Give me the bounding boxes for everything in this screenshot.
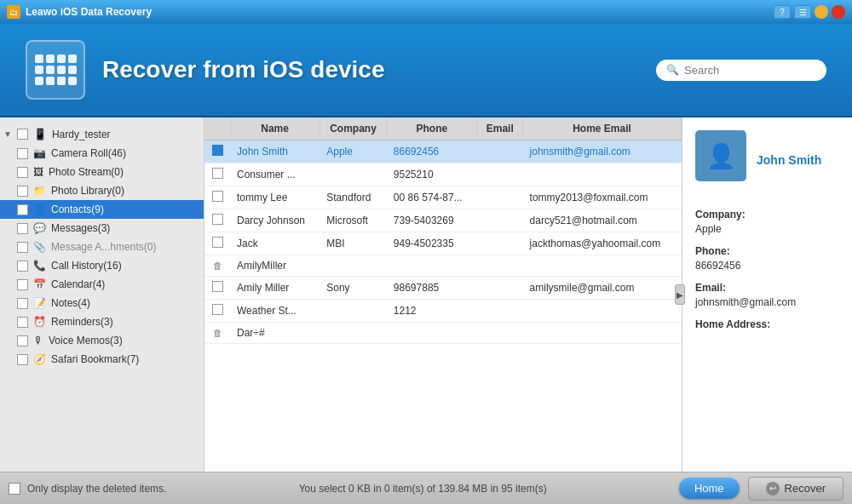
contact-email [477, 163, 523, 186]
table-row[interactable]: 🗑 Dar÷# [204, 323, 682, 344]
contact-name: Jack [230, 232, 320, 255]
safari-checkbox[interactable] [17, 354, 28, 365]
contact-home-email: johnsmith@gmail.com [523, 140, 682, 163]
header-left: Recover from iOS device [26, 40, 384, 100]
contact-email [477, 300, 523, 323]
sidebar-item-messages[interactable]: 💬 Messages(3) [0, 219, 204, 238]
detail-contact-name: John Smith [757, 140, 821, 167]
sidebar-item-message-attachments[interactable]: 📎 Message A...hments(0) [0, 238, 204, 256]
msg-attach-checkbox[interactable] [17, 242, 28, 253]
search-input[interactable] [684, 64, 820, 77]
voice-memos-checkbox[interactable] [17, 335, 28, 346]
contact-company: Microsoft [320, 209, 387, 232]
row-checkbox[interactable] [212, 168, 223, 179]
row-checkbox[interactable] [212, 281, 223, 292]
email-label: Email: [695, 282, 839, 294]
contact-avatar: 👤 [695, 130, 746, 181]
photo-library-checkbox[interactable] [17, 186, 28, 197]
trash-icon: 🗑 [213, 261, 222, 271]
contact-name: Darcy Johnson [230, 209, 320, 232]
table-row[interactable]: John Smith Apple 86692456 johnsmith@gmai… [204, 140, 682, 163]
row-checkbox[interactable] [212, 237, 223, 248]
panel-toggle[interactable]: ▶ [675, 284, 685, 305]
contact-home-email: amilysmile@gmail.com [523, 277, 682, 300]
calendar-icon: 📅 [33, 278, 46, 290]
contact-phone: 1212 [387, 300, 477, 323]
table-row[interactable]: 🗑 AmilyMiller [204, 255, 682, 277]
chevron-icon: ▼ [3, 129, 12, 139]
table-row[interactable]: Amily Miller Sony 98697885 amilysmile@gm… [204, 277, 682, 300]
sidebar-item-camera-roll[interactable]: 📷 Camera Roll(46) [0, 144, 204, 163]
titlebar-left: 🗂 Leawo iOS Data Recovery [7, 5, 152, 19]
notes-icon: 📝 [33, 297, 46, 309]
help-button[interactable]: ? [774, 5, 791, 19]
deleted-items-label: Only display the deleted items. [27, 483, 166, 495]
messages-checkbox[interactable] [17, 223, 28, 234]
recover-label: Recover [785, 482, 826, 495]
search-box[interactable]: 🔍 [656, 60, 826, 81]
photo-library-icon: 📁 [33, 185, 46, 197]
sidebar-item-call-history[interactable]: 📞 Call History(16) [0, 256, 204, 275]
contact-home-email [523, 163, 682, 186]
table-row[interactable]: Consumer ... 9525210 [204, 163, 682, 186]
sidebar-item-contacts[interactable]: 👤 Contacts(9) [0, 200, 204, 219]
contact-email [477, 209, 523, 232]
voice-memos-label: Voice Memos(3) [49, 335, 123, 346]
contact-name: tommy Lee [230, 186, 320, 209]
contact-email [477, 232, 523, 255]
camera-icon: 📷 [33, 147, 46, 159]
table-row[interactable]: Darcy Johnson Microsoft 739-5403269 darc… [204, 209, 682, 232]
row-checkbox[interactable] [212, 145, 223, 156]
contact-home-email [523, 255, 682, 277]
logo-grid [35, 54, 77, 85]
calendar-checkbox[interactable] [17, 279, 28, 290]
table-row[interactable]: Jack MBI 949-4502335 jackthomas@yahoomai… [204, 232, 682, 255]
sidebar-item-safari-bookmark[interactable]: 🧭 Safari Bookmark(7) [0, 350, 204, 369]
call-history-checkbox[interactable] [17, 261, 28, 272]
device-icon: 📱 [33, 128, 47, 140]
contact-name: AmilyMiller [230, 255, 320, 277]
contact-home-email [523, 300, 682, 323]
col-home-email-header: Home Email [523, 117, 682, 140]
table-row[interactable]: Weather St... 1212 [204, 300, 682, 323]
status-text: You select 0 KB in 0 item(s) of 139.84 M… [166, 483, 678, 495]
camera-roll-checkbox[interactable] [17, 148, 28, 159]
deleted-items-checkbox[interactable] [9, 483, 20, 495]
root-checkbox[interactable] [17, 129, 28, 140]
bottom-right: Home ↩ Recover [679, 477, 843, 501]
sidebar-item-voice-memos[interactable]: 🎙 Voice Memos(3) [0, 331, 204, 350]
contacts-checkbox[interactable] [17, 204, 28, 215]
contact-phone: 00 86 574-87... [387, 186, 477, 209]
header: Recover from iOS device 🔍 [0, 24, 852, 117]
row-checkbox[interactable] [212, 191, 223, 202]
table-row[interactable]: tommy Lee Standford 00 86 574-87... tomm… [204, 186, 682, 209]
recover-icon: ↩ [766, 482, 780, 495]
contact-email [477, 277, 523, 300]
contact-email [477, 323, 523, 344]
minimize-button[interactable] [815, 5, 828, 19]
contact-name: Dar÷# [230, 323, 320, 344]
row-checkbox[interactable] [212, 304, 223, 315]
recover-button[interactable]: ↩ Recover [748, 477, 843, 501]
sidebar-item-notes[interactable]: 📝 Notes(4) [0, 294, 204, 312]
contact-home-email: jackthomas@yahoomail.com [523, 232, 682, 255]
root-label: Hardy_tester [52, 129, 111, 140]
col-phone-header: Phone [387, 117, 477, 140]
phone-value: 86692456 [695, 260, 839, 272]
home-button[interactable]: Home [679, 478, 740, 499]
sidebar-item-photo-library[interactable]: 📁 Photo Library(0) [0, 181, 204, 200]
settings-button[interactable]: ☰ [794, 5, 811, 19]
notes-checkbox[interactable] [17, 298, 28, 309]
content-area: Name Company Phone Email Home Email John… [204, 117, 852, 472]
contact-phone: 9525210 [387, 163, 477, 186]
reminders-checkbox[interactable] [17, 317, 28, 328]
reminders-icon: ⏰ [33, 316, 46, 328]
col-email-header: Email [477, 117, 523, 140]
sidebar-item-photo-stream[interactable]: 🖼 Photo Stream(0) [0, 163, 204, 181]
sidebar-item-reminders[interactable]: ⏰ Reminders(3) [0, 312, 204, 331]
sidebar-root[interactable]: ▼ 📱 Hardy_tester [0, 124, 204, 144]
sidebar-item-calendar[interactable]: 📅 Calendar(4) [0, 275, 204, 294]
close-button[interactable] [832, 5, 845, 19]
row-checkbox[interactable] [212, 214, 223, 225]
photo-stream-checkbox[interactable] [17, 167, 28, 178]
